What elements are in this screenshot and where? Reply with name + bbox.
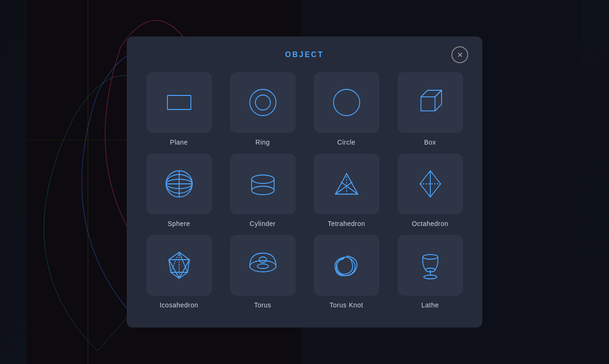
object-item-icosahedron[interactable]: Icosahedron — [141, 235, 217, 309]
lathe-label: Lathe — [421, 301, 439, 309]
torus-knot-icon — [328, 247, 365, 284]
icosahedron-icon — [160, 247, 198, 284]
circle-icon — [328, 84, 365, 121]
object-item-box[interactable]: Box — [392, 72, 468, 146]
object-item-sphere[interactable]: Sphere — [141, 153, 217, 227]
icosahedron-icon-bg — [146, 235, 212, 296]
cylinder-icon — [244, 165, 282, 203]
plane-icon — [160, 84, 198, 121]
svg-rect-5 — [167, 95, 191, 109]
sphere-icon — [160, 165, 198, 203]
svg-point-15 — [252, 175, 274, 183]
svg-point-37 — [423, 255, 438, 259]
box-label: Box — [424, 138, 436, 146]
torus-knot-icon-bg — [314, 235, 379, 296]
close-button[interactable]: ✕ — [451, 46, 468, 63]
object-item-plane[interactable]: Plane — [141, 72, 217, 146]
torus-icon — [244, 247, 282, 284]
object-item-tetrahedron[interactable]: Tetrahedron — [308, 153, 384, 227]
objects-grid: Plane Ring Circle — [141, 72, 468, 309]
object-item-torus-knot[interactable]: Torus Knot — [308, 235, 384, 309]
svg-point-36 — [259, 257, 267, 262]
object-modal: OBJECT ✕ Plane — [127, 36, 482, 328]
modal-title: OBJECT — [285, 51, 324, 59]
plane-label: Plane — [170, 138, 188, 146]
cylinder-label: Cylinder — [250, 220, 276, 227]
octahedron-icon-bg — [398, 153, 463, 214]
close-icon: ✕ — [457, 51, 463, 59]
ring-icon-bg — [230, 72, 296, 133]
svg-point-16 — [252, 186, 274, 195]
torus-icon-bg — [230, 235, 296, 296]
torus-knot-label: Torus Knot — [330, 301, 363, 309]
tetrahedron-label: Tetrahedron — [327, 220, 365, 227]
ring-icon — [244, 84, 282, 121]
box-icon-bg — [398, 72, 463, 133]
modal-overlay: OBJECT ✕ Plane — [0, 0, 609, 364]
svg-point-6 — [250, 89, 276, 116]
svg-rect-9 — [421, 97, 435, 111]
object-item-lathe[interactable]: Lathe — [392, 235, 468, 309]
modal-header: OBJECT ✕ — [141, 51, 468, 59]
object-item-ring[interactable]: Ring — [225, 72, 301, 146]
box-icon — [412, 84, 449, 121]
lathe-icon — [412, 247, 449, 284]
cylinder-icon-bg — [230, 153, 296, 214]
svg-point-8 — [334, 89, 360, 116]
icosahedron-label: Icosahedron — [160, 301, 198, 309]
lathe-icon-bg — [398, 235, 463, 296]
object-item-circle[interactable]: Circle — [308, 72, 384, 146]
circle-icon-bg — [314, 72, 379, 133]
plane-icon-bg — [146, 72, 212, 133]
ring-label: Ring — [255, 138, 270, 146]
sphere-label: Sphere — [167, 220, 190, 227]
object-item-torus[interactable]: Torus — [225, 235, 301, 309]
circle-label: Circle — [337, 138, 355, 146]
object-item-octahedron[interactable]: Octahedron — [392, 153, 468, 227]
svg-point-7 — [255, 95, 270, 110]
tetrahedron-icon — [328, 165, 365, 203]
svg-point-38 — [424, 275, 437, 279]
svg-point-35 — [257, 264, 268, 269]
torus-label: Torus — [254, 301, 271, 309]
object-item-cylinder[interactable]: Cylinder — [225, 153, 301, 227]
tetrahedron-icon-bg — [314, 153, 379, 214]
sphere-icon-bg — [146, 153, 212, 214]
octahedron-icon — [412, 165, 449, 203]
octahedron-label: Octahedron — [412, 220, 448, 227]
